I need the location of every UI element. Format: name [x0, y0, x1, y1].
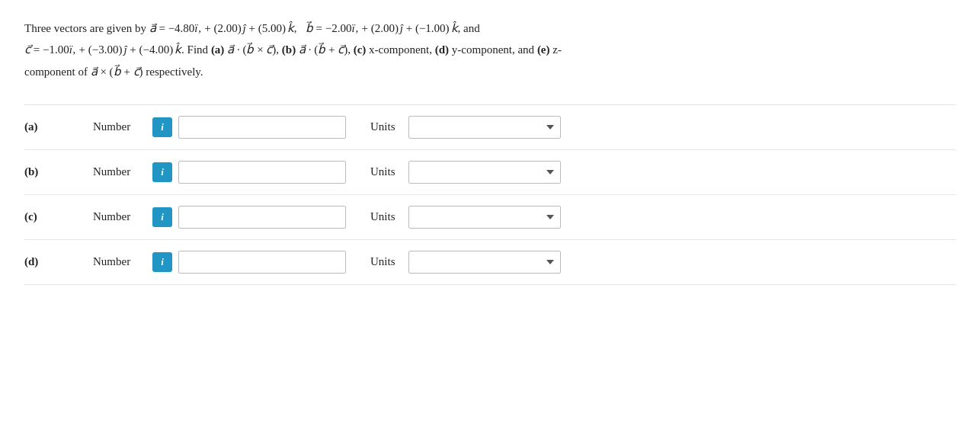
answer-rows: (a) Number i Units m m/s m/s² N J (b) Nu…: [24, 104, 956, 285]
problem-line3: component of a⃗ × (b⃗ + c⃗) respectively…: [24, 62, 956, 82]
number-input-d[interactable]: [178, 251, 346, 274]
row-label-b: (b): [24, 165, 93, 178]
units-label-a: Units: [370, 120, 402, 133]
units-label-d: Units: [370, 255, 402, 268]
row-label-a: (a): [24, 120, 93, 133]
units-label-c: Units: [370, 210, 402, 223]
answer-row-b: (b) Number i Units m m/s m/s² N J: [24, 150, 956, 194]
answer-row-d: (d) Number i Units m m/s m/s² N J: [24, 240, 956, 284]
number-label-c: Number: [93, 210, 146, 223]
info-button-a[interactable]: i: [152, 117, 172, 137]
units-select-c[interactable]: m m/s m/s² N J: [408, 206, 561, 229]
units-label-b: Units: [370, 165, 402, 178]
number-label-d: Number: [93, 255, 146, 268]
info-button-b[interactable]: i: [152, 162, 172, 182]
units-select-d[interactable]: m m/s m/s² N J: [408, 251, 561, 274]
problem-line1: Three vectors are given by a⃗ = −4.80ï‚ …: [24, 18, 956, 38]
units-select-b[interactable]: m m/s m/s² N J: [408, 161, 561, 184]
row-label-d: (d): [24, 255, 93, 268]
divider-bottom: [24, 284, 956, 285]
info-button-d[interactable]: i: [152, 252, 172, 272]
number-input-b[interactable]: [178, 161, 346, 184]
number-input-a[interactable]: [178, 116, 346, 139]
number-input-c[interactable]: [178, 206, 346, 229]
problem-container: Three vectors are given by a⃗ = −4.80ï‚ …: [24, 18, 956, 285]
row-label-c: (c): [24, 210, 93, 223]
answer-row-c: (c) Number i Units m m/s m/s² N J: [24, 195, 956, 239]
number-label-a: Number: [93, 120, 146, 133]
info-button-c[interactable]: i: [152, 207, 172, 227]
number-label-b: Number: [93, 165, 146, 178]
problem-line2: c⃗ = −1.00ï‚ + (−3.00) ĵ + (−4.00) k̂. F…: [24, 40, 956, 59]
problem-text: Three vectors are given by a⃗ = −4.80ï‚ …: [24, 18, 956, 82]
units-select-a[interactable]: m m/s m/s² N J: [408, 116, 561, 139]
answer-row-a: (a) Number i Units m m/s m/s² N J: [24, 105, 956, 149]
